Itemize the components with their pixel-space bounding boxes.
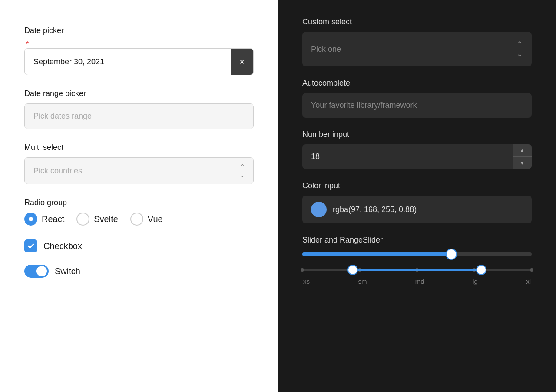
range-label-xs: xs (303, 278, 310, 285)
date-range-picker-placeholder: Pick dates range (25, 104, 253, 129)
switch-row[interactable]: Switch (24, 265, 254, 278)
date-picker-clear-button[interactable]: × (231, 49, 253, 75)
date-range-picker-group: Date range picker Pick dates range (24, 89, 254, 129)
color-input-group: Color input rgba(97, 168, 255, 0.88) (302, 181, 532, 223)
radio-group-label: Radio group (24, 198, 254, 207)
switch-toggle[interactable] (24, 265, 49, 278)
switch-label: Switch (55, 266, 80, 276)
checkbox-label: Checkbox (43, 241, 82, 251)
number-input-controls: ▲ ▼ (513, 144, 532, 169)
multi-select-placeholder: Pick countries (25, 159, 231, 183)
autocomplete-group: Autocomplete Your favorite library/frame… (302, 79, 532, 118)
number-input-label: Number input (302, 130, 532, 139)
date-picker-value: September 30, 2021 (25, 50, 231, 74)
radio-react-circle (24, 213, 37, 226)
multi-select-group: Multi select Pick countries ⌃⌄ (24, 143, 254, 184)
number-decrement-button[interactable]: ▼ (513, 157, 532, 169)
custom-select-chevron-icon: ⌃⌄ (516, 40, 523, 59)
range-thumb-end[interactable] (477, 266, 486, 274)
slider-fill (302, 252, 451, 256)
radio-vue[interactable]: Vue (130, 213, 163, 226)
date-range-picker-field[interactable]: Pick dates range (24, 103, 254, 129)
range-label-xl: xl (526, 278, 531, 285)
color-swatch (311, 202, 327, 217)
radio-svelte-circle (76, 213, 89, 226)
radio-svelte-label: Svelte (94, 214, 118, 224)
range-label-lg: lg (473, 278, 478, 285)
slider-label: Slider and RangeSlider (302, 236, 532, 245)
custom-select-label: Custom select (302, 17, 532, 27)
range-label-sm: sm (358, 278, 367, 285)
checkbox-row[interactable]: Checkbox (24, 239, 254, 252)
date-range-picker-label: Date range picker (24, 89, 254, 98)
custom-select-placeholder: Pick one (311, 45, 341, 54)
range-fill (353, 269, 481, 271)
switch-thumb (36, 266, 47, 276)
custom-select-group: Custom select Pick one ⌃⌄ (302, 17, 532, 66)
date-picker-field[interactable]: September 30, 2021 × (24, 48, 254, 75)
checkmark-icon (27, 242, 35, 250)
date-picker-group: Date picker * September 30, 2021 × (24, 26, 254, 75)
color-input-label: Color input (302, 181, 532, 190)
radio-vue-circle (130, 213, 143, 226)
checkbox-input[interactable] (24, 239, 37, 252)
multi-select-label: Multi select (24, 143, 254, 152)
multi-select-chevron-icon: ⌃⌄ (231, 158, 253, 184)
range-thumb-start[interactable] (348, 266, 357, 274)
number-input-field[interactable]: 18 ▲ ▼ (302, 144, 532, 169)
right-panel: Custom select Pick one ⌃⌄ Autocomplete Y… (278, 0, 556, 392)
autocomplete-placeholder: Your favorite library/framework (311, 101, 417, 110)
range-labels: xs sm md lg xl (302, 278, 532, 285)
slider-thumb[interactable] (447, 249, 456, 259)
range-dot-xs (301, 268, 304, 272)
required-star: * (26, 40, 29, 48)
number-increment-button[interactable]: ▲ (513, 144, 532, 156)
radio-vue-label: Vue (148, 214, 163, 224)
slider-container[interactable] (302, 250, 532, 259)
radio-react-label: React (42, 214, 64, 224)
number-input-value: 18 (302, 144, 513, 169)
custom-select-field[interactable]: Pick one ⌃⌄ (302, 32, 532, 66)
radio-group-group: Radio group React Svelte Vue (24, 198, 254, 226)
range-slider-container[interactable] (302, 266, 532, 274)
autocomplete-label: Autocomplete (302, 79, 532, 88)
radio-react[interactable]: React (24, 213, 64, 226)
multi-select-field[interactable]: Pick countries ⌃⌄ (24, 157, 254, 184)
autocomplete-field[interactable]: Your favorite library/framework (302, 93, 532, 118)
range-label-md: md (415, 278, 424, 285)
color-input-field[interactable]: rgba(97, 168, 255, 0.88) (302, 196, 532, 223)
range-dot-xl (530, 268, 533, 272)
slider-track (302, 252, 532, 256)
number-input-group: Number input 18 ▲ ▼ (302, 130, 532, 169)
slider-group: Slider and RangeSlider x (302, 236, 532, 285)
range-slider-track (302, 269, 532, 271)
radio-svelte[interactable]: Svelte (76, 213, 118, 226)
date-picker-label: Date picker (24, 26, 254, 35)
color-value: rgba(97, 168, 255, 0.88) (333, 205, 417, 214)
left-panel: Date picker * September 30, 2021 × Date … (0, 0, 278, 392)
radio-group: React Svelte Vue (24, 213, 254, 226)
